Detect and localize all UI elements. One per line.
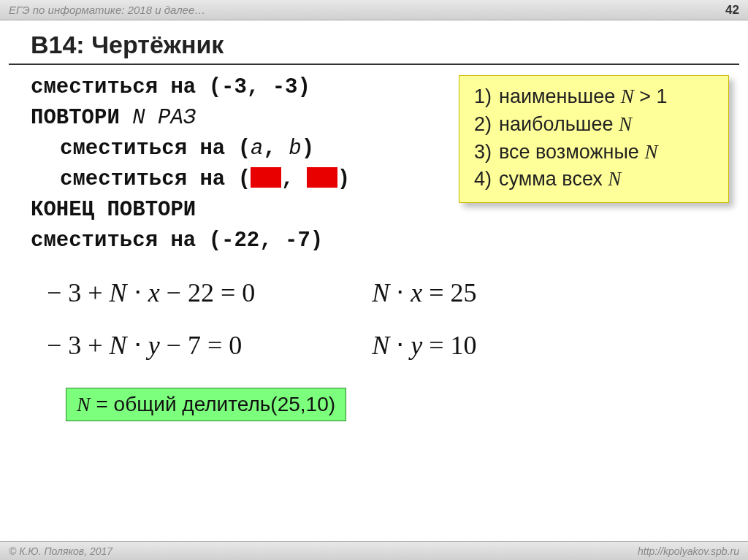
slide-title: B14: Чертёжник: [0, 20, 748, 64]
result-box: N = общий делитель(25,10): [66, 388, 346, 421]
equations-block: − 3 + N ⋅ x − 22 = 0 − 3 + N ⋅ y − 7 = 0…: [31, 256, 717, 372]
equations-right: N ⋅ x = 25 N ⋅ y = 10: [372, 266, 476, 372]
content-area: сместиться на (-3, -3) ПОВТОРИ N РАЗ сме…: [0, 72, 748, 421]
option-2: 2) наибольшее N: [474, 111, 717, 139]
eq-left-2: − 3 + N ⋅ y − 7 = 0: [47, 319, 255, 372]
header-title: ЕГЭ по информатике: 2018 и далее…: [9, 4, 205, 16]
option-3: 3) все возможные N: [474, 139, 717, 166]
redacted-box-2: [307, 167, 337, 188]
equations-left: − 3 + N ⋅ x − 22 = 0 − 3 + N ⋅ y − 7 = 0: [47, 266, 255, 372]
footer-url: http://kpolyakov.spb.ru: [638, 545, 739, 557]
code-line-6: сместиться на (-22, -7): [31, 226, 717, 256]
page-number: 42: [725, 3, 739, 18]
header-bar: ЕГЭ по информатике: 2018 и далее… 42: [0, 0, 748, 20]
title-rule: [9, 64, 739, 65]
options-box: 1) наименьшее N > 1 2) наибольшее N 3) в…: [459, 75, 729, 203]
option-4: 4) сумма всех N: [474, 166, 717, 193]
option-1: 1) наименьшее N > 1: [474, 83, 717, 111]
footer-copyright: © К.Ю. Поляков, 2017: [9, 545, 112, 557]
eq-right-2: N ⋅ y = 10: [372, 319, 476, 372]
redacted-box-1: [251, 167, 281, 188]
eq-left-1: − 3 + N ⋅ x − 22 = 0: [47, 266, 255, 319]
eq-right-1: N ⋅ x = 25: [372, 266, 476, 319]
footer-bar: © К.Ю. Поляков, 2017 http://kpolyakov.sp…: [0, 541, 748, 560]
